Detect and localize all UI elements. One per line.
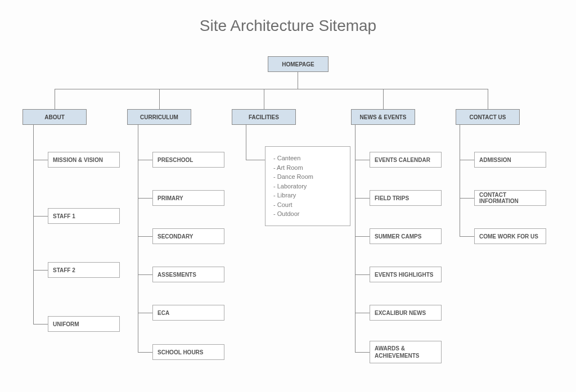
node-staff-1: STAFF 1 <box>48 208 120 224</box>
facility-item: - Art Room <box>273 163 342 173</box>
node-school-hours: SCHOOL HOURS <box>152 344 224 360</box>
node-staff-2: STAFF 2 <box>48 262 120 278</box>
node-excalibur-news: EXCALIBUR NEWS <box>370 305 442 321</box>
facility-item: - Laboratory <box>273 182 342 191</box>
connector <box>355 313 370 313</box>
connector <box>355 236 370 237</box>
node-mission-vision: MISSION & VISION <box>48 152 120 168</box>
node-preschool: PRESCHOOL <box>152 152 224 168</box>
connector <box>33 160 48 160</box>
facility-item: - Court <box>273 200 342 210</box>
connector <box>33 125 34 324</box>
connector <box>488 89 488 109</box>
node-events-calendar: EVENTS CALENDAR <box>370 152 442 168</box>
node-curriculum: CURRICULUM <box>127 109 191 125</box>
node-eca: ECA <box>152 305 224 321</box>
node-summer-camps: SUMMER CAMPS <box>370 228 442 244</box>
node-about: ABOUT <box>22 109 87 125</box>
node-uniform: UNIFORM <box>48 316 120 332</box>
connector <box>138 236 152 237</box>
facility-item: - Canteen <box>273 154 342 163</box>
connector <box>460 236 474 237</box>
node-facilities-list: - Canteen - Art Room - Dance Room - Labo… <box>265 146 350 226</box>
connector <box>33 324 48 325</box>
connector <box>33 270 48 271</box>
node-secondary: SECONDARY <box>152 228 224 244</box>
connector <box>383 89 384 109</box>
node-contact-information: CONTACT INFORMATION <box>474 190 546 206</box>
connector <box>460 125 460 236</box>
facility-item: - Outdoor <box>273 209 342 219</box>
connector <box>33 216 48 217</box>
node-assesments: ASSESMENTS <box>152 267 224 282</box>
connector <box>138 313 152 313</box>
connector <box>138 160 152 160</box>
connector <box>355 352 370 353</box>
connector <box>246 160 265 160</box>
connector <box>355 125 356 352</box>
connector <box>138 198 152 199</box>
node-homepage: HOMEPAGE <box>268 56 328 72</box>
node-news-events: NEWS & EVENTS <box>351 109 415 125</box>
connector <box>55 89 488 89</box>
connector <box>138 125 138 352</box>
node-events-highlights: EVENTS HIGHLIGHTS <box>370 267 442 282</box>
node-admission: ADMISSION <box>474 152 546 168</box>
node-primary: PRIMARY <box>152 190 224 206</box>
connector <box>355 198 370 199</box>
node-field-trips: FIELD TRIPS <box>370 190 442 206</box>
node-come-work-for-us: COME WORK FOR US <box>474 228 546 244</box>
node-facilities: FACILITIES <box>232 109 296 125</box>
facility-item: - Library <box>273 191 342 200</box>
connector <box>138 274 152 275</box>
connector <box>355 274 370 275</box>
connector <box>138 352 152 353</box>
node-contact-us: CONTACT US <box>456 109 520 125</box>
connector <box>55 89 55 109</box>
connector <box>246 125 246 160</box>
connector <box>264 89 264 109</box>
connector <box>460 160 474 160</box>
facility-item: - Dance Room <box>273 172 342 182</box>
connector <box>298 72 298 89</box>
connector <box>460 198 474 199</box>
diagram-title: Site Architecture Sitemap <box>0 0 576 35</box>
connector <box>355 160 370 160</box>
connector <box>159 89 160 109</box>
node-awards-achievements: AWARDS & ACHIEVEMENTS <box>370 341 442 363</box>
